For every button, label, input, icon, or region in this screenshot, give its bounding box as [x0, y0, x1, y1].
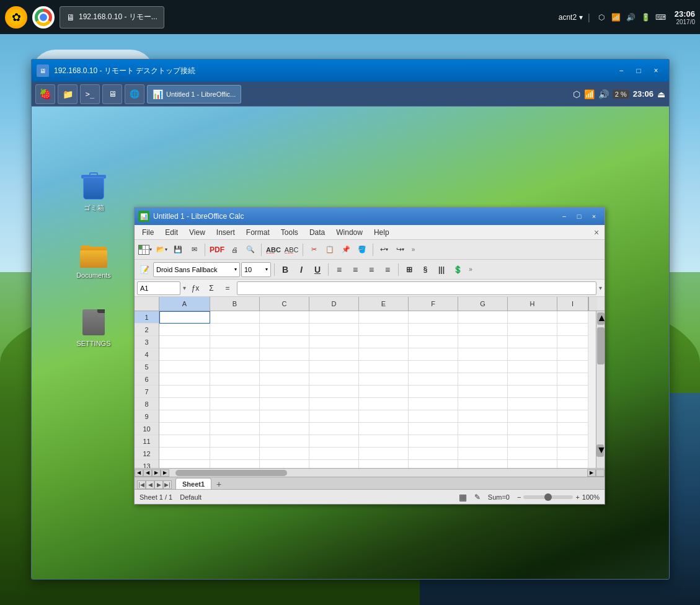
cell-E2[interactable] [359, 324, 409, 336]
cell-B9[interactable] [210, 410, 260, 423]
cell-F9[interactable] [409, 410, 458, 423]
cell-B11[interactable] [210, 435, 260, 448]
email-button[interactable]: ✉ [187, 242, 202, 257]
cell-D2[interactable] [309, 324, 359, 336]
cell-I5[interactable] [557, 361, 588, 373]
cell-I10[interactable] [557, 423, 588, 435]
cell-A3[interactable] [159, 336, 210, 348]
cell-H5[interactable] [508, 361, 557, 373]
cell-E9[interactable] [359, 410, 409, 423]
start-button[interactable]: ✿ [5, 6, 27, 29]
cell-D8[interactable] [309, 398, 359, 410]
row-header-8[interactable]: 8 [135, 398, 159, 410]
add-sheet-button[interactable]: + [213, 479, 225, 489]
rdp-taskbar-button[interactable]: 🖥 192.168.0.10 - リモー... [60, 6, 164, 29]
row-header-1[interactable]: 1 [135, 311, 159, 324]
col-header-H[interactable]: H [508, 297, 557, 311]
calc-minimize-button[interactable]: − [557, 211, 571, 222]
cell-I3[interactable] [557, 336, 588, 348]
cell-D9[interactable] [309, 410, 359, 423]
bluetooth-icon[interactable]: ⬡ [595, 11, 608, 24]
menu-view[interactable]: View [184, 227, 210, 238]
rdp-restore-button[interactable]: □ [631, 64, 647, 77]
calc-restore-button[interactable]: □ [572, 211, 586, 222]
cell-B7[interactable] [210, 386, 260, 398]
cell-I11[interactable] [557, 435, 588, 448]
cell-G3[interactable] [458, 336, 508, 348]
cell-F1[interactable] [409, 311, 458, 324]
cell-G13[interactable] [458, 460, 508, 468]
settings-icon[interactable]: SETTINGS [69, 305, 118, 350]
paste-button[interactable]: 📌 [339, 242, 353, 257]
redo-button[interactable]: ↪ ▾ [392, 242, 407, 257]
col-header-I[interactable]: I [557, 297, 588, 311]
pi-terminal-button[interactable]: >_ [80, 84, 100, 104]
col-header-D[interactable]: D [309, 297, 359, 311]
cell-F2[interactable] [409, 324, 458, 336]
cell-H7[interactable] [508, 386, 557, 398]
number-format-button[interactable]: § [418, 262, 433, 277]
sheet-nav-first[interactable]: |◀ [137, 480, 146, 489]
pi-browser-button[interactable]: 🌐 [125, 84, 144, 104]
cell-E5[interactable] [359, 361, 409, 373]
hscroll-right2-arrow[interactable]: ▶ [161, 469, 169, 477]
cell-D7[interactable] [309, 386, 359, 398]
cell-I13[interactable] [557, 460, 588, 468]
hscroll-left2-arrow[interactable]: ◀ [143, 469, 152, 477]
bold-button[interactable]: B [278, 262, 293, 277]
cell-C1[interactable] [260, 311, 309, 324]
cell-D11[interactable] [309, 435, 359, 448]
cell-H13[interactable] [508, 460, 557, 468]
toolbar1-more[interactable]: » [409, 242, 417, 257]
toolbar2-more[interactable]: » [466, 262, 475, 277]
cell-C5[interactable] [260, 361, 309, 373]
cell-I4[interactable] [557, 348, 588, 361]
cell-C2[interactable] [260, 324, 309, 336]
documents-icon[interactable]: Documents [69, 237, 118, 281]
formula-equals-button[interactable]: = [221, 281, 234, 295]
cell-C3[interactable] [260, 336, 309, 348]
cell-A5[interactable] [159, 361, 210, 373]
row-header-6[interactable]: 6 [135, 373, 159, 386]
cell-F8[interactable] [409, 398, 458, 410]
row-header-10[interactable]: 10 [135, 423, 159, 435]
menu-tools[interactable]: Tools [276, 227, 303, 238]
cell-C8[interactable] [260, 398, 309, 410]
cell-D6[interactable] [309, 373, 359, 386]
horizontal-scrollbar[interactable]: ◀ ◀ ▶ ▶ ▶ [135, 468, 605, 477]
cell-C10[interactable] [260, 423, 309, 435]
row-header-9[interactable]: 9 [135, 410, 159, 423]
zoom-slider[interactable] [523, 495, 573, 499]
cell-B2[interactable] [210, 324, 260, 336]
cell-H11[interactable] [508, 435, 557, 448]
save-button[interactable]: 💾 [171, 242, 185, 257]
cell-F3[interactable] [409, 336, 458, 348]
font-size-select[interactable]: 10 ▾ [241, 262, 271, 277]
cell-A12[interactable] [159, 448, 210, 460]
cell-G9[interactable] [458, 410, 508, 423]
cell-D10[interactable] [309, 423, 359, 435]
cell-G4[interactable] [458, 348, 508, 361]
export-pdf-button[interactable]: PDF [208, 242, 226, 257]
menu-file[interactable]: File [137, 227, 159, 238]
cell-H1[interactable] [508, 311, 557, 324]
cell-B8[interactable] [210, 398, 260, 410]
volume-icon[interactable]: 🔊 [625, 11, 637, 24]
cell-F7[interactable] [409, 386, 458, 398]
merge-cells-button[interactable]: ⊞ [402, 262, 417, 277]
cell-I7[interactable] [557, 386, 588, 398]
pi-volume-icon[interactable]: 🔊 [598, 89, 609, 99]
col-header-B[interactable]: B [210, 297, 260, 311]
spellcheck-button[interactable]: ABC ~~~ [265, 242, 282, 257]
cell-E8[interactable] [359, 398, 409, 410]
vertical-scrollbar[interactable]: ▲ ▼ [596, 311, 605, 468]
cell-H3[interactable] [508, 336, 557, 348]
cell-I12[interactable] [557, 448, 588, 460]
sheet-nav-prev[interactable]: ◀ [146, 480, 154, 489]
zoom-minus-btn[interactable]: − [517, 493, 521, 501]
align-center-button[interactable]: ≡ [348, 262, 363, 277]
pi-eject-icon[interactable]: ⏏ [657, 89, 665, 99]
cell-H10[interactable] [508, 423, 557, 435]
row-header-11[interactable]: 11 [135, 435, 159, 448]
column-spacing-button[interactable]: ||| [434, 262, 449, 277]
